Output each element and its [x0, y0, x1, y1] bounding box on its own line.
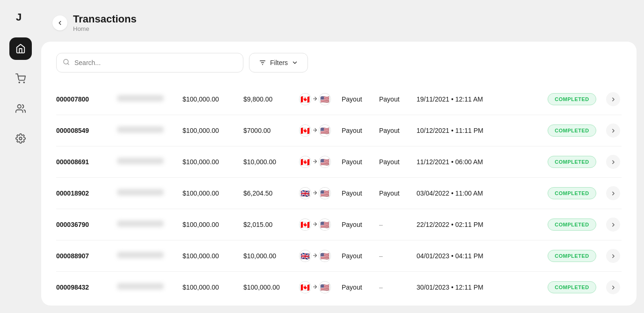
status-badge: COMPLETED	[548, 124, 596, 137]
detail-button[interactable]	[606, 124, 620, 138]
transaction-status: COMPLETED	[539, 250, 605, 262]
flag-from-icon: 🇬🇧	[300, 188, 311, 199]
status-badge: COMPLETED	[548, 250, 596, 262]
flag-from-icon: 🇨🇦	[300, 156, 311, 167]
sidebar-item-cart[interactable]	[9, 67, 32, 90]
toolbar: Filters	[56, 53, 622, 73]
transaction-type2: –	[379, 221, 417, 228]
sidebar: J	[0, 0, 41, 313]
transaction-id: 000098432	[56, 284, 117, 291]
transaction-name	[117, 95, 183, 103]
transaction-flags: 🇨🇦 🇺🇸	[300, 125, 342, 136]
transaction-amount2: $2,015.00	[243, 221, 300, 228]
transaction-id: 000088907	[56, 252, 117, 260]
transaction-type1: Payout	[342, 95, 379, 103]
arrow-icon	[312, 253, 318, 260]
transaction-date: 03/04/2022 • 11:00 AM	[417, 189, 539, 197]
transaction-type2: –	[379, 252, 417, 260]
page-subtitle: Home	[73, 25, 137, 32]
transaction-type2: –	[379, 284, 417, 291]
transaction-name	[117, 220, 183, 229]
transaction-date: 30/01/2023 • 12:11 PM	[417, 284, 539, 291]
table-row: 000036790 $100,000.00 $2,015.00 🇨🇦 🇺🇸 Pa…	[56, 209, 622, 240]
transaction-name	[117, 252, 183, 260]
transaction-type1: Payout	[342, 284, 379, 291]
transaction-chevron[interactable]	[605, 92, 622, 106]
table-row: 000007800 $100,000.00 $9,800.00 🇨🇦 🇺🇸 Pa…	[56, 84, 622, 115]
transaction-amount2: $10,000.00	[243, 252, 300, 260]
transaction-id: 000008691	[56, 158, 117, 166]
filter-button[interactable]: Filters	[249, 53, 308, 73]
svg-point-4	[19, 137, 22, 140]
search-container	[56, 53, 243, 73]
transaction-type2: Payout	[379, 127, 417, 134]
page-title: Transactions	[73, 13, 137, 25]
transaction-amount2: $7000.00	[243, 127, 300, 134]
transaction-date: 04/01/2023 • 04:11 PM	[417, 252, 539, 260]
transaction-type1: Payout	[342, 221, 379, 228]
transaction-date: 19/11/2021 • 12:11 AM	[417, 95, 539, 103]
transaction-status: COMPLETED	[539, 281, 605, 293]
transaction-name	[117, 158, 183, 166]
flag-from-icon: 🇨🇦	[300, 125, 311, 136]
transaction-flags: 🇬🇧 🇺🇸	[300, 188, 342, 199]
transaction-amount1: $100,000.00	[183, 127, 243, 134]
detail-button[interactable]	[606, 280, 620, 294]
transaction-chevron[interactable]	[605, 218, 622, 232]
detail-button[interactable]	[606, 249, 620, 263]
flag-from-icon: 🇨🇦	[300, 282, 311, 293]
transaction-amount1: $100,000.00	[183, 221, 243, 228]
detail-button[interactable]	[606, 186, 620, 200]
status-badge: COMPLETED	[548, 93, 596, 105]
transaction-name	[117, 189, 183, 197]
transaction-status: COMPLETED	[539, 93, 605, 105]
flag-from-icon: 🇨🇦	[300, 94, 311, 105]
transaction-type1: Payout	[342, 127, 379, 134]
flag-to-icon: 🇺🇸	[319, 188, 330, 199]
transaction-id: 000036790	[56, 221, 117, 228]
transaction-chevron[interactable]	[605, 249, 622, 263]
transaction-type1: Payout	[342, 158, 379, 166]
sidebar-item-users[interactable]	[9, 97, 32, 120]
transaction-chevron[interactable]	[605, 280, 622, 294]
sidebar-item-home[interactable]	[9, 37, 32, 60]
detail-button[interactable]	[606, 92, 620, 106]
arrow-icon	[312, 127, 318, 134]
transaction-chevron[interactable]	[605, 124, 622, 138]
table-row: 000008691 $100,000.00 $10,000.00 🇨🇦 🇺🇸 P…	[56, 146, 622, 178]
arrow-icon	[312, 96, 318, 103]
arrow-icon	[312, 284, 318, 291]
search-input[interactable]	[56, 53, 243, 73]
transaction-date: 10/12/2021 • 11:11 PM	[417, 127, 539, 134]
transaction-chevron[interactable]	[605, 155, 622, 169]
sidebar-item-settings[interactable]	[9, 127, 32, 150]
transaction-status: COMPLETED	[539, 124, 605, 137]
transaction-flags: 🇨🇦 🇺🇸	[300, 156, 342, 167]
status-badge: COMPLETED	[548, 218, 596, 231]
transaction-amount1: $100,000.00	[183, 284, 243, 291]
filter-label: Filters	[270, 59, 288, 66]
detail-button[interactable]	[606, 155, 620, 169]
status-badge: COMPLETED	[548, 281, 596, 293]
status-badge: COMPLETED	[548, 156, 596, 168]
transaction-amount2: $10,000.00	[243, 158, 300, 166]
transaction-chevron[interactable]	[605, 186, 622, 200]
transaction-id: 000007800	[56, 95, 117, 103]
search-icon	[63, 58, 70, 67]
arrow-icon	[312, 221, 318, 228]
transaction-amount1: $100,000.00	[183, 158, 243, 166]
transaction-type2: Payout	[379, 158, 417, 166]
table-row: 000008549 $100,000.00 $7000.00 🇨🇦 🇺🇸 Pay…	[56, 115, 622, 146]
content-card: Filters 000007800 $100,000.00 $9,800.00 …	[41, 42, 637, 306]
transaction-amount2: $6,204.50	[243, 189, 300, 197]
transaction-type2: Payout	[379, 95, 417, 103]
transaction-flags: 🇨🇦 🇺🇸	[300, 219, 342, 230]
header-text: Transactions Home	[73, 13, 137, 32]
transaction-date: 11/12/2021 • 06:00 AM	[417, 158, 539, 166]
table-row: 000098432 $100,000.00 $100,000.00 🇨🇦 🇺🇸 …	[56, 272, 622, 303]
transaction-amount1: $100,000.00	[183, 252, 243, 260]
back-button[interactable]	[52, 15, 67, 30]
transaction-flags: 🇨🇦 🇺🇸	[300, 94, 342, 105]
detail-button[interactable]	[606, 218, 620, 232]
svg-point-1	[19, 82, 20, 83]
